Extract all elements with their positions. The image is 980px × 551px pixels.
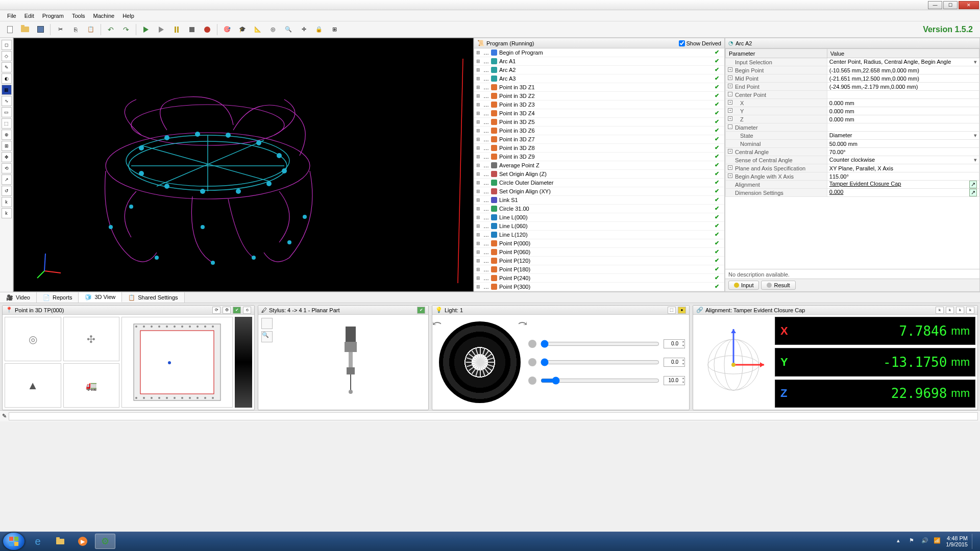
program-item[interactable]: ⊞…Point in 3D Z2✔: [474, 92, 724, 101]
program-item[interactable]: ⊞…Set Origin Align (XY)✔: [474, 187, 724, 196]
program-item[interactable]: ⊞…Point in 3D Z3✔: [474, 101, 724, 109]
param-row[interactable]: +End Point(-24.905 mm,-2.179 mm,0.000 mm…: [726, 83, 979, 91]
gutter-tool-3[interactable]: ✎: [2, 62, 12, 72]
d1-btn1[interactable]: ⟳: [212, 307, 220, 314]
param-row[interactable]: +Plane and Axis SpecificationXY Plane, P…: [726, 164, 979, 172]
gutter-tool-11[interactable]: ✥: [2, 152, 12, 162]
program-item[interactable]: ⊞…Link S1✔: [474, 196, 724, 205]
param-row[interactable]: -Diameter: [726, 123, 979, 132]
light-ring[interactable]: ⤺ ⤺: [436, 319, 523, 406]
program-item[interactable]: ⊞…Line L(120)✔: [474, 231, 724, 239]
program-item[interactable]: ⊞…Point P(180)✔: [474, 265, 724, 274]
program-item[interactable]: ⊞…Point P(120)✔: [474, 257, 724, 265]
gutter-tool-16[interactable]: k: [2, 208, 12, 218]
copy-button[interactable]: ⎘: [69, 23, 82, 36]
pause-button[interactable]: [170, 23, 183, 36]
param-row[interactable]: +Begin Point(-10.565 mm,22.658 mm,0.000 …: [726, 66, 979, 74]
menu-program[interactable]: Program: [38, 12, 68, 20]
program-item[interactable]: ⊞…Line L(000)✔: [474, 213, 724, 222]
param-row[interactable]: Input SelectionCenter Point, Radius, Cen…: [726, 58, 979, 66]
param-row[interactable]: Nominal50.000 mm: [726, 140, 979, 148]
gutter-tool-5[interactable]: ▦: [2, 85, 12, 95]
program-item[interactable]: ⊞…Point in 3D Z1✔: [474, 83, 724, 92]
probe-button[interactable]: 🎯: [220, 23, 234, 36]
axes-button[interactable]: ✛: [297, 23, 310, 36]
close-button[interactable]: ✕: [959, 1, 979, 9]
program-item[interactable]: ⊞…Point in 3D Z5✔: [474, 118, 724, 127]
program-item[interactable]: ⊞…Point in 3D Z4✔: [474, 109, 724, 118]
viewport-3d[interactable]: [13, 38, 474, 292]
d1-btn2[interactable]: ⚙: [223, 307, 231, 314]
tab-result[interactable]: Result: [761, 281, 795, 290]
measure-button[interactable]: 📐: [251, 23, 264, 36]
stylus-view[interactable]: [276, 318, 425, 407]
stylus-tool-2[interactable]: 🔍: [261, 331, 273, 342]
show-derived-checkbox[interactable]: Show Derived: [679, 40, 721, 46]
run-button[interactable]: [139, 23, 153, 36]
task-explorer[interactable]: [50, 534, 70, 549]
program-item[interactable]: ⊞…Point P(300)✔: [474, 283, 724, 291]
program-tree[interactable]: ⊞…Begin of Program✔⊞…Arc A1✔⊞…Arc A2✔⊞…A…: [474, 48, 724, 291]
redo-button[interactable]: ↷: [119, 23, 133, 36]
gutter-tool-7[interactable]: ▭: [2, 107, 12, 117]
tab-shared-settings[interactable]: 📋Shared Settings: [122, 292, 184, 303]
tray-clock[interactable]: 4:48 PM1/9/2015: [946, 535, 968, 547]
d4-b1[interactable]: k: [936, 307, 944, 314]
program-item[interactable]: ⊞…Circle Outer Diameter✔: [474, 179, 724, 187]
zoom-fit-button[interactable]: 🔍: [282, 23, 295, 36]
param-row[interactable]: Sense of Central AngleCounter clockwise …: [726, 156, 979, 164]
mode-cell-2[interactable]: ✣: [63, 317, 120, 361]
parameter-grid[interactable]: Parameter Value Input SelectionCenter Po…: [725, 48, 979, 269]
param-row[interactable]: Dimension Settings0.000↗: [726, 189, 979, 197]
minimize-button[interactable]: —: [928, 1, 942, 9]
d4-b3[interactable]: k: [956, 307, 964, 314]
tray-volume-icon[interactable]: 🔊: [921, 537, 929, 545]
program-item[interactable]: ⊞…Point in 3D Z8✔: [474, 144, 724, 153]
cut-button[interactable]: ✂: [54, 23, 67, 36]
menu-tools[interactable]: Tools: [68, 12, 89, 20]
task-app[interactable]: ⚙: [95, 534, 115, 549]
show-desktop-button[interactable]: [972, 534, 976, 549]
menu-file[interactable]: File: [3, 12, 20, 20]
tray-flag-icon[interactable]: ⚑: [909, 537, 917, 545]
program-item[interactable]: ⊞…Point in 3D Z9✔: [474, 153, 724, 161]
param-row[interactable]: AlignmentTamper Evident Closure Cap↗: [726, 181, 979, 189]
stop-button[interactable]: [185, 23, 199, 36]
tab-video[interactable]: 🎥Video: [0, 292, 37, 303]
gutter-tool-2[interactable]: ◇: [2, 51, 12, 61]
param-row[interactable]: StateDiameter ▾: [726, 132, 979, 140]
record-button[interactable]: [201, 23, 214, 36]
program-item[interactable]: ⊞…Circle 31.00✔: [474, 205, 724, 213]
menu-help[interactable]: Help: [118, 12, 138, 20]
paste-button[interactable]: 📋: [84, 23, 97, 36]
mode-cell-1[interactable]: ◎: [5, 317, 61, 361]
maximize-button[interactable]: ☐: [943, 1, 958, 9]
program-item[interactable]: ⊞…Point in 3D Z6✔: [474, 127, 724, 135]
tab-reports[interactable]: 📄Reports: [37, 292, 79, 303]
save-button[interactable]: [34, 23, 47, 36]
param-row[interactable]: +Mid Point(-21.651 mm,12.500 mm,0.000 mm…: [726, 74, 979, 83]
tab-input[interactable]: Input: [728, 281, 759, 290]
stage-map[interactable]: [121, 317, 233, 408]
param-row[interactable]: +Z0.000 mm: [726, 115, 979, 123]
graduate-button[interactable]: 🎓: [236, 23, 249, 36]
lock-button[interactable]: 🔒: [312, 23, 326, 36]
mode-cell-3[interactable]: ▲: [5, 363, 61, 408]
d3-btn2[interactable]: ●: [678, 307, 686, 314]
program-item[interactable]: ⊞…Arc A3✔: [474, 74, 724, 83]
gutter-tool-13[interactable]: ↗: [2, 174, 12, 185]
menu-edit[interactable]: Edit: [20, 12, 38, 20]
new-button[interactable]: [3, 23, 16, 36]
program-item[interactable]: ⊞…Arc A2✔: [474, 66, 724, 74]
command-input[interactable]: [9, 412, 978, 420]
light-slider-3[interactable]: 10.0: [528, 376, 685, 385]
param-row[interactable]: +Central Angle70.00°: [726, 148, 979, 156]
program-item[interactable]: ⊞…Line L(060)✔: [474, 222, 724, 231]
program-item[interactable]: ⊞…Arc A1✔: [474, 57, 724, 66]
param-row[interactable]: -Center Point: [726, 91, 979, 99]
tray-network-icon[interactable]: 📶: [934, 537, 942, 545]
grid-button[interactable]: ⊞: [328, 23, 341, 36]
gutter-tool-4[interactable]: ◐: [2, 73, 12, 84]
program-item[interactable]: ⊞…Average Point Z✔: [474, 161, 724, 170]
d2-ok[interactable]: ✔: [417, 307, 425, 314]
